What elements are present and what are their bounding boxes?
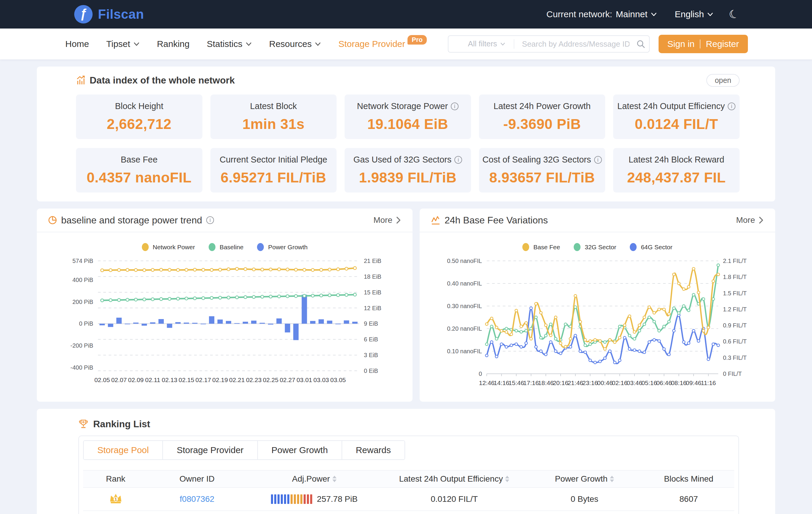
register-label[interactable]: Register [706, 39, 739, 49]
filscan-logo-icon[interactable]: ƒ [74, 5, 93, 24]
brand[interactable]: ƒ Filscan [74, 5, 144, 24]
legend-label: Network Power [153, 244, 195, 251]
stat-card-title: Cost of Sealing 32G Sectorsi [483, 155, 602, 165]
network-select[interactable]: Mainnet [616, 9, 657, 19]
chart-header: 24h Base Fee Variations More [419, 209, 775, 232]
svg-text:02:16: 02:16 [612, 379, 628, 386]
chart-legend: Network PowerBaselinePower Growth [37, 243, 412, 251]
stat-card-title-text: Block Height [115, 101, 163, 111]
svg-text:02.21: 02.21 [229, 376, 245, 383]
nav-item-resources[interactable]: Resources [269, 39, 321, 49]
chart-body: Base Fee32G Sector64G Sector 00.10 nanoF… [419, 232, 775, 401]
power-growth-cell: 4.26 PiB [526, 511, 643, 514]
nav-item-statistics[interactable]: Statistics [207, 39, 252, 49]
nav-item-label: Ranking [157, 39, 190, 49]
info-icon: i [454, 156, 462, 164]
nav-item-home[interactable]: Home [65, 39, 89, 49]
sort-icon[interactable] [332, 476, 337, 482]
svg-text:17:16: 17:16 [523, 379, 539, 386]
auth-button[interactable]: Sign in Register [659, 35, 748, 53]
sort-down-icon [332, 480, 337, 482]
sort-icon[interactable] [610, 476, 614, 482]
svg-text:05:16: 05:16 [641, 379, 657, 386]
nav-item-label: Home [65, 39, 89, 49]
info-icon: i [728, 103, 735, 110]
column-header-power-growth[interactable]: Power Growth [526, 470, 643, 488]
stat-card-value: 248,437.87 FIL [627, 169, 726, 186]
svg-text:03.05: 03.05 [330, 376, 346, 383]
tab-storage-provider[interactable]: Storage Provider [162, 441, 257, 459]
search-input[interactable] [514, 39, 633, 49]
rank-cell: 1 [83, 488, 148, 511]
sign-in-label[interactable]: Sign in [667, 39, 695, 49]
tab-storage-pool[interactable]: Storage Pool [84, 441, 162, 459]
svg-text:0: 0 [479, 371, 482, 377]
owner-id-link[interactable]: f0807362 [180, 494, 214, 504]
svg-text:200 PiB: 200 PiB [72, 299, 93, 305]
legend-item-64g-sector[interactable]: 64G Sector [630, 243, 672, 251]
adj-power-cell: 257.78 PiB [246, 488, 382, 511]
ranking-title-row: Ranking List [78, 416, 739, 431]
legend-item-baseline[interactable]: Baseline [209, 243, 244, 251]
tab-power-growth[interactable]: Power Growth [257, 441, 342, 459]
stat-card-value: 8.93657 FIL/TiB [489, 169, 595, 186]
svg-text:1.5 FIL/T: 1.5 FIL/T [723, 290, 747, 297]
chart-title-row: baseline and storage power trend i [48, 215, 214, 226]
stat-card-title: Network Storage Poweri [357, 101, 459, 111]
open-button[interactable]: open [706, 74, 740, 87]
more-link[interactable]: More [736, 215, 764, 225]
svg-text:0.30 nanoFIL: 0.30 nanoFIL [447, 303, 482, 309]
svg-text:11:16: 11:16 [701, 379, 716, 386]
stat-card: Latest 24h Output Efficiencyi0.0124 FIL/… [613, 94, 740, 139]
legend-item-network-power[interactable]: Network Power [142, 243, 195, 251]
ranking-tabs: Storage PoolStorage ProviderPower Growth… [83, 440, 405, 460]
info-icon: i [594, 156, 602, 164]
main-content: Data index of the whole network open Blo… [0, 66, 812, 514]
stat-card-value: -9.3690 PiB [503, 116, 581, 132]
stat-card-value: 1.9839 FIL/TiB [359, 169, 457, 186]
sort-icon[interactable] [505, 476, 509, 482]
svg-text:0.9 FIL/T: 0.9 FIL/T [723, 322, 747, 329]
stat-card-title: Gas Used of 32G Sectorsi [353, 155, 462, 165]
nav-item-label: Statistics [207, 39, 242, 49]
nav-item-label: Tipset [106, 39, 130, 49]
search-icon[interactable] [633, 39, 649, 49]
tab-rewards[interactable]: Rewards [342, 441, 405, 459]
chart-title-row: 24h Base Fee Variations [431, 215, 548, 226]
column-header-latest-24h-output-efficiency[interactable]: Latest 24h Output Efficiency [382, 470, 526, 488]
column-label: Adj.Power [292, 474, 330, 484]
nav-item-tipset[interactable]: Tipset [106, 39, 140, 49]
dark-mode-toggle-icon[interactable]: ☾ [727, 7, 741, 21]
svg-text:15 EiB: 15 EiB [364, 289, 381, 296]
legend-label: Base Fee [533, 244, 560, 251]
legend-item-base-fee[interactable]: Base Fee [522, 243, 560, 251]
legend-item-power-growth[interactable]: Power Growth [257, 243, 308, 251]
sort-up-icon [610, 476, 614, 478]
column-header-adj-power[interactable]: Adj.Power [246, 470, 382, 488]
ranking-card: Ranking List Storage PoolStorage Provide… [37, 409, 775, 514]
nav-item-ranking[interactable]: Ranking [157, 39, 190, 49]
stat-card-title-text: Cost of Sealing 32G Sectors [483, 155, 591, 165]
stat-card-title: Latest 24h Output Efficiencyi [617, 101, 735, 111]
stripe-blue [287, 494, 289, 504]
language-select[interactable]: English [675, 9, 714, 19]
stat-card-grid: Block Height2,662,712Latest Block1min 31… [76, 94, 740, 192]
charts-row: baseline and storage power trend i More … [37, 209, 775, 402]
stat-card-title-text: Latest 24h Power Growth [494, 101, 590, 111]
svg-text:18:46: 18:46 [538, 379, 554, 386]
svg-text:02.15: 02.15 [179, 376, 194, 383]
stat-card-title: Current Sector Initial Pledge [220, 155, 327, 165]
chevron-down-icon [707, 11, 714, 18]
nav-item-storage-provider[interactable]: Storage ProviderPro [338, 39, 427, 49]
stat-card-title-text: Current Sector Initial Pledge [220, 155, 327, 165]
search-filter-select[interactable]: All filters [448, 39, 514, 49]
stat-card: Block Height2,662,712 [76, 94, 202, 139]
brand-name[interactable]: Filscan [98, 7, 144, 22]
svg-text:02.05: 02.05 [94, 376, 110, 383]
data-index-card: Data index of the whole network open Blo… [37, 66, 775, 201]
more-link[interactable]: More [373, 215, 401, 225]
more-label: More [736, 215, 755, 225]
stripe-blue [274, 494, 276, 504]
column-label: Owner ID [179, 474, 214, 484]
legend-item-32g-sector[interactable]: 32G Sector [574, 243, 616, 251]
